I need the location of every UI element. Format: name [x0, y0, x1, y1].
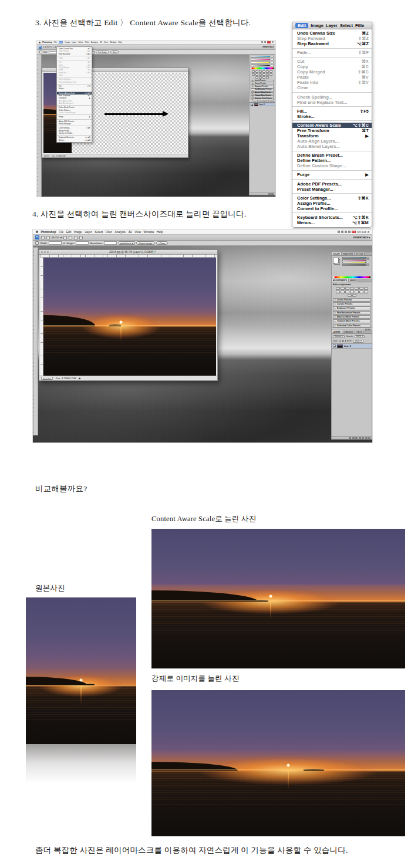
posterize-icon[interactable] — [355, 291, 359, 293]
spotlight-icon[interactable] — [368, 231, 369, 233]
menubar-item[interactable]: Filter — [85, 41, 89, 43]
menubar-item[interactable]: View — [104, 41, 108, 43]
gradient-map-icon[interactable] — [364, 291, 368, 293]
menu-item[interactable]: Clear — [57, 74, 92, 76]
menubar-clock[interactable]: 9.9 3:08 — [357, 231, 366, 234]
menu-item[interactable]: Find and Replace Text... — [57, 81, 92, 83]
menu-item[interactable]: Define Pattern... — [292, 158, 372, 163]
vibrance-icon[interactable] — [355, 287, 359, 290]
menubar-item[interactable]: 3D — [100, 41, 102, 43]
panel-tab[interactable]: CHANNELS — [342, 330, 355, 333]
menu-item[interactable]: Keyboard Shortcuts...⌥⇧⌘K — [292, 215, 372, 220]
new-layer-icon[interactable] — [268, 193, 271, 195]
menu-item[interactable]: Stroke... — [57, 87, 92, 90]
color-spectrum-ramp[interactable] — [333, 276, 370, 278]
height-input[interactable] — [76, 241, 89, 245]
menu-bar-item[interactable]: Filte — [355, 23, 364, 28]
preset-item[interactable]: Channel Mixer Presets — [333, 319, 370, 323]
input-language-flag-icon[interactable]: U.S. — [352, 231, 356, 233]
menu-item[interactable]: Fade...⇧⌘F — [292, 50, 372, 55]
spotlight-icon[interactable] — [272, 41, 274, 43]
menu-item[interactable]: Menus...⌥⇧⌘M — [57, 139, 92, 141]
menu-item[interactable] — [292, 170, 372, 171]
input-language-flag-icon[interactable]: U.S. — [267, 41, 271, 43]
cyan-slider[interactable] — [251, 56, 274, 58]
invert-icon[interactable] — [350, 291, 354, 293]
adjustment-icon[interactable] — [269, 70, 272, 73]
exposure-icon[interactable] — [350, 287, 354, 290]
adjustment-icon[interactable] — [262, 70, 265, 73]
hand-tool-icon[interactable] — [53, 46, 56, 49]
magenta-slider[interactable] — [342, 259, 369, 261]
magenta-slider[interactable] — [251, 59, 274, 60]
adjustment-icon[interactable] — [262, 73, 265, 76]
panel-tab[interactable]: LAYERS — [332, 330, 342, 333]
menu-item[interactable]: Find and Replace Text... — [292, 100, 372, 105]
workspace-switcher[interactable]: ESSENTIALS — [262, 46, 274, 48]
layer-visibility-icon[interactable] — [333, 345, 336, 347]
menu-item[interactable]: Auto-Blend Layers... — [292, 144, 372, 149]
panel-tab[interactable]: SWATCHES — [342, 252, 355, 255]
bluetooth-icon[interactable] — [261, 41, 263, 43]
menu-item[interactable]: Step Backward⌥⌘Z — [57, 53, 92, 55]
menubar-item[interactable]: Analysis — [114, 230, 126, 234]
menu-item[interactable] — [292, 193, 372, 194]
layer-visibility-icon[interactable] — [251, 104, 253, 106]
menubar-item[interactable]: Filter — [106, 230, 112, 234]
menu-item[interactable] — [292, 151, 372, 151]
adjustment-icon[interactable] — [266, 70, 269, 73]
opacity-select[interactable]: 100%▾ — [355, 335, 365, 338]
black-slider[interactable] — [251, 65, 274, 66]
lock-transparency-icon[interactable] — [339, 340, 341, 342]
menu-item[interactable] — [57, 126, 92, 126]
menu-item[interactable]: Free Transform⌘T — [292, 128, 372, 133]
menu-item[interactable]: Step Forward⇧⌘Z — [292, 36, 372, 41]
zoom-level[interactable]: 66.7% — [47, 46, 52, 48]
menu-item[interactable] — [292, 106, 372, 107]
menu-item[interactable]: Paste Into⇧⌘V — [292, 80, 372, 85]
brightness-contrast-icon[interactable] — [336, 287, 340, 290]
menu-item[interactable] — [292, 57, 372, 58]
panel-tab[interactable]: ADJUSTMENTS — [332, 279, 349, 282]
menu-item[interactable]: Convert to Profile... — [292, 206, 372, 211]
photo-filter-icon[interactable] — [341, 291, 345, 293]
preset-item[interactable]: Curves Presets — [251, 83, 274, 85]
color-balance-icon[interactable] — [364, 287, 368, 290]
preset-item[interactable]: Levels Presets — [333, 298, 370, 302]
menu-item[interactable]: Step Backward⌥⌘Z — [292, 41, 372, 46]
panel-tab[interactable]: COLOR — [332, 252, 342, 255]
airport-icon[interactable] — [345, 231, 347, 233]
adjustment-icon[interactable] — [259, 73, 262, 76]
status-menu-icon[interactable]: ▶ — [79, 377, 80, 380]
menubar-item[interactable]: View — [134, 230, 141, 234]
menu-item[interactable] — [292, 179, 372, 180]
menu-item[interactable] — [57, 119, 92, 120]
menu-item[interactable]: Preset Manager... — [57, 123, 92, 125]
menu-item[interactable]: Paste⌘V — [292, 75, 372, 80]
preset-item[interactable]: Channel Mixer Presets — [251, 95, 274, 97]
panel-tab[interactable]: MASKS — [349, 279, 358, 282]
selective-color-icon[interactable] — [348, 294, 352, 297]
menu-item[interactable] — [57, 84, 92, 85]
menu-item[interactable]: Purge▶ — [292, 172, 372, 177]
adjustment-icon[interactable] — [255, 76, 258, 79]
menu-item[interactable] — [57, 105, 92, 106]
adjustment-icon[interactable] — [259, 76, 262, 79]
status-zoom[interactable]: 66.67% — [44, 155, 50, 157]
menu-item[interactable] — [57, 135, 92, 136]
status-zoom[interactable]: 66.67% — [41, 377, 53, 380]
apple-logo-icon[interactable] — [36, 231, 38, 233]
minimize-window-icon[interactable] — [44, 251, 46, 253]
tools-panel[interactable] — [33, 247, 38, 435]
color-spectrum-ramp[interactable] — [251, 67, 274, 69]
sync-icon[interactable] — [338, 231, 340, 233]
menu-item[interactable]: Content-Aware Scale⌥⇧⌘C — [292, 123, 372, 128]
adjustment-icon[interactable] — [269, 73, 272, 76]
preset-item[interactable]: Levels Presets — [251, 80, 274, 82]
adjustment-icon[interactable] — [262, 76, 265, 79]
menu-item[interactable]: Color Settings...⇧⌘K — [292, 195, 372, 201]
menubar-item[interactable]: 3D — [128, 230, 132, 234]
curves-icon[interactable] — [345, 287, 349, 290]
lock-position-icon[interactable] — [342, 340, 345, 342]
menu-item[interactable]: Adobe PDF Presets... — [292, 181, 372, 187]
